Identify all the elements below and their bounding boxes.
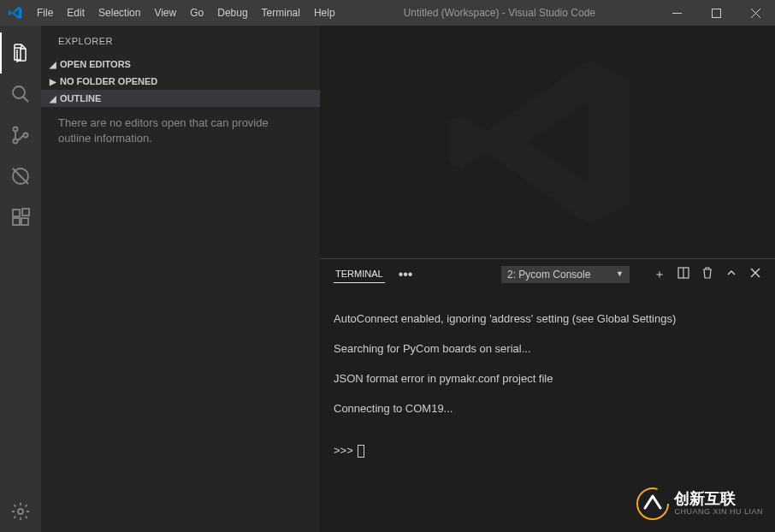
menu-bar: File Edit Selection View Go Debug Termin… [30, 0, 342, 26]
watermark-text-en: CHUANG XIN HU LIAN [674, 508, 763, 517]
terminal-line: AutoConnect enabled, ignoring 'address' … [334, 311, 761, 327]
vscode-watermark-icon [445, 39, 650, 245]
panel-actions: ＋ [654, 267, 761, 282]
terminal-line: Searching for PyCom boards on serial... [334, 341, 761, 357]
search-icon[interactable] [0, 74, 41, 115]
svg-point-3 [14, 127, 18, 132]
menu-file[interactable]: File [30, 0, 60, 26]
chevron-up-icon[interactable] [725, 267, 737, 282]
terminal-selector[interactable]: 2: Pycom Console [501, 266, 630, 283]
menu-view[interactable]: View [147, 0, 183, 26]
terminal-prompt: >>> [334, 443, 761, 458]
section-label: OPEN EDITORS [60, 59, 131, 69]
menu-debug[interactable]: Debug [210, 0, 254, 26]
cursor-icon [358, 445, 364, 458]
watermark-text-cn: 创新互联 [674, 491, 763, 508]
menu-edit[interactable]: Edit [60, 0, 92, 26]
svg-rect-1 [712, 9, 720, 17]
vscode-logo-icon [0, 5, 30, 21]
watermark-icon [636, 488, 669, 520]
section-open-editors[interactable]: ◢ OPEN EDITORS [41, 56, 320, 73]
svg-rect-7 [13, 210, 20, 216]
settings-icon[interactable] [0, 491, 41, 532]
sidebar-header: EXPLORER [41, 26, 320, 56]
explorer-icon[interactable] [0, 33, 41, 74]
maximize-button[interactable] [696, 0, 736, 26]
menu-help[interactable]: Help [307, 0, 342, 26]
source-control-icon[interactable] [0, 115, 41, 156]
split-terminal-icon[interactable] [677, 267, 689, 282]
menu-terminal[interactable]: Terminal [255, 0, 307, 26]
sidebar: EXPLORER ◢ OPEN EDITORS ▶ NO FOLDER OPEN… [41, 26, 320, 532]
editor-empty [320, 26, 775, 258]
svg-point-4 [14, 139, 18, 144]
menu-selection[interactable]: Selection [92, 0, 147, 26]
section-label: OUTLINE [60, 93, 101, 103]
svg-rect-8 [13, 218, 20, 225]
svg-point-2 [13, 86, 25, 98]
svg-point-5 [24, 133, 28, 138]
terminal-line: Connecting to COM19... [334, 401, 761, 417]
watermark-logo: 创新互联 CHUANG XIN HU LIAN [636, 488, 763, 520]
svg-rect-9 [21, 218, 28, 225]
window-title: Untitled (Workspace) - Visual Studio Cod… [342, 7, 657, 19]
trash-icon[interactable] [701, 267, 713, 282]
main-area: TERMINAL ••• 2: Pycom Console ＋ AutoConn… [320, 26, 775, 532]
section-no-folder[interactable]: ▶ NO FOLDER OPENED [41, 73, 320, 90]
new-terminal-icon[interactable]: ＋ [654, 267, 666, 282]
section-outline[interactable]: ◢ OUTLINE [41, 90, 320, 107]
minimize-button[interactable] [657, 0, 696, 26]
svg-rect-10 [22, 209, 29, 216]
chevron-right-icon: ▶ [48, 77, 58, 86]
terminal-line: JSON format error in pymakr.conf project… [334, 371, 761, 387]
titlebar: File Edit Selection View Go Debug Termin… [0, 0, 775, 26]
svg-rect-0 [672, 13, 682, 14]
extensions-icon[interactable] [0, 197, 41, 238]
svg-point-11 [18, 509, 23, 514]
panel-more-icon[interactable]: ••• [399, 267, 413, 282]
debug-icon[interactable] [0, 156, 41, 197]
activity-bar [0, 26, 41, 532]
chevron-down-icon: ◢ [48, 94, 58, 103]
outline-empty-message: There are no editors open that can provi… [41, 107, 320, 155]
tab-terminal[interactable]: TERMINAL [334, 269, 385, 283]
menu-go[interactable]: Go [183, 0, 210, 26]
section-label: NO FOLDER OPENED [60, 76, 157, 86]
window-controls [657, 0, 775, 26]
close-button[interactable] [736, 0, 775, 26]
svg-point-14 [637, 488, 668, 519]
chevron-down-icon: ◢ [48, 60, 58, 69]
close-panel-icon[interactable] [749, 267, 761, 282]
panel-tabs: TERMINAL ••• 2: Pycom Console ＋ [320, 259, 775, 289]
